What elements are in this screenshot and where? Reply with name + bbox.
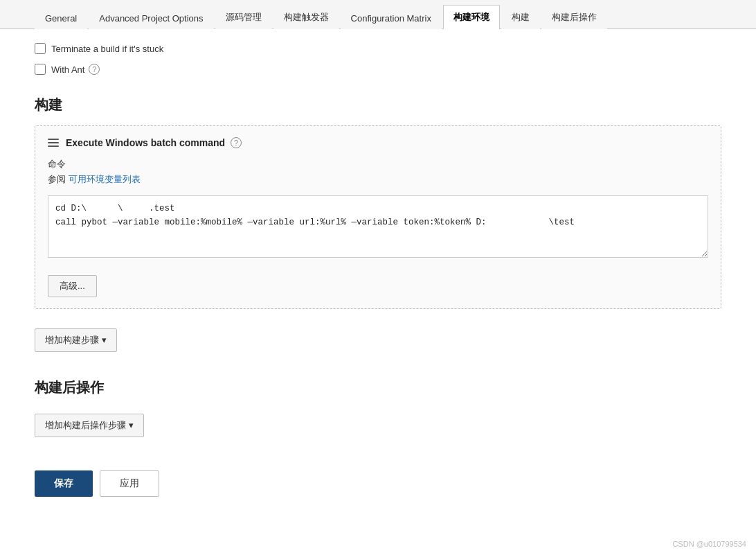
see-env-row: 参阅 可用环境变量列表 (48, 173, 708, 191)
apply-button[interactable]: 应用 (100, 470, 159, 497)
with-ant-row: With Ant ? (35, 64, 721, 75)
tab-build-triggers[interactable]: 构建触发器 (273, 5, 339, 29)
content-area: Terminate a build if it's stuck With Ant… (0, 29, 756, 518)
watermark: CSDN @u010799534 (672, 540, 746, 548)
env-vars-link[interactable]: 可用环境变量列表 (69, 173, 141, 186)
tab-advanced-project-options[interactable]: Advanced Project Options (89, 7, 213, 29)
drag-handle-icon[interactable] (48, 139, 59, 147)
with-ant-help-icon[interactable]: ? (89, 64, 100, 75)
save-button[interactable]: 保存 (35, 470, 93, 497)
tab-bar: General Advanced Project Options 源码管理 构建… (0, 0, 756, 29)
see-env-prefix: 参阅 (48, 174, 69, 184)
step-help-icon[interactable]: ? (231, 137, 242, 148)
command-textarea[interactable]: cd D:\ \ .test call pybot —variable mobi… (48, 195, 708, 258)
add-build-step-button[interactable]: 增加构建步骤 ▾ (35, 328, 117, 352)
tab-general[interactable]: General (35, 7, 87, 29)
tab-source-mgmt[interactable]: 源码管理 (215, 5, 272, 29)
with-ant-checkbox[interactable] (35, 64, 46, 75)
with-ant-label: With Ant (51, 64, 84, 75)
terminate-stuck-row: Terminate a build if it's stuck (35, 43, 721, 54)
command-label: 命令 (48, 158, 708, 170)
build-section-heading: 构建 (35, 96, 721, 114)
step-card-header: Execute Windows batch command ? (48, 137, 708, 148)
step-title: Execute Windows batch command (66, 137, 225, 148)
terminate-stuck-label: Terminate a build if it's stuck (51, 44, 163, 54)
tab-build[interactable]: 构建 (501, 5, 540, 29)
post-build-section-heading: 构建后操作 (35, 378, 721, 397)
build-step-card: Execute Windows batch command ? 命令 参阅 可用… (35, 125, 721, 309)
command-field: 命令 参阅 可用环境变量列表 cd D:\ \ .test call pybot… (48, 158, 708, 260)
tab-build-env[interactable]: 构建环境 (443, 5, 500, 29)
add-post-build-step-button[interactable]: 增加构建后操作步骤 ▾ (35, 414, 144, 437)
tab-configuration-matrix[interactable]: Configuration Matrix (341, 7, 442, 29)
action-bar: 保存 应用 (35, 470, 721, 497)
advanced-button[interactable]: 高级... (48, 275, 97, 297)
terminate-stuck-checkbox[interactable] (35, 43, 46, 54)
tab-post-build[interactable]: 构建后操作 (541, 5, 607, 29)
